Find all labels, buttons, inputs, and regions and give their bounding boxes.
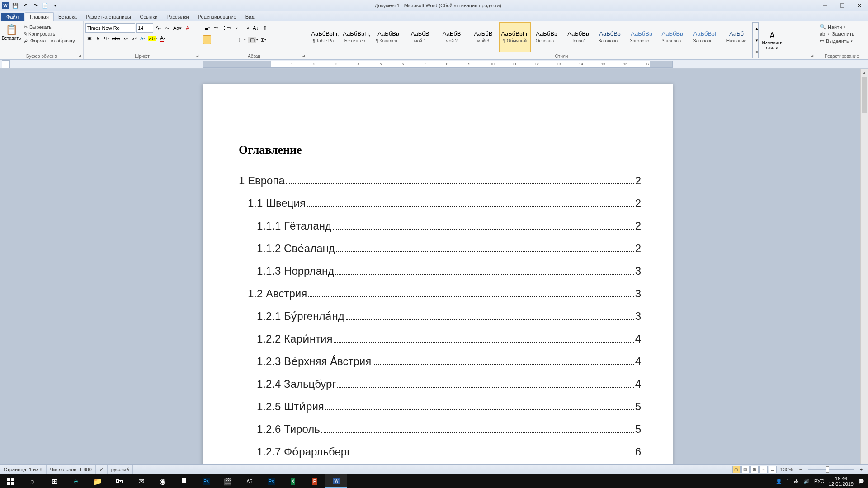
zoom-slider[interactable] (808, 469, 854, 470)
tray-language[interactable]: РУС (814, 479, 824, 484)
edge-button[interactable]: ｅ (65, 474, 87, 488)
tray-up-icon[interactable]: ˄ (787, 479, 789, 484)
clear-format-button[interactable]: A̷ (184, 23, 192, 33)
style-item[interactable]: АаБбВвІЗаголово... (689, 22, 721, 52)
reading-view-button[interactable]: ▤ (741, 466, 750, 473)
clipboard-launcher[interactable]: ◢ (77, 53, 82, 58)
tray-clock[interactable]: 16:46 12.01.2019 (829, 476, 854, 487)
chrome-button[interactable]: ◉ (152, 474, 174, 488)
toc-entry[interactable]: 1.2.1 Бу́ргенла́нд 3 (239, 308, 641, 324)
toc-entry[interactable]: 1.1.3 Норрланд 3 (239, 263, 641, 279)
style-item[interactable]: АаБбВвЗаголово... (594, 22, 626, 52)
tray-volume-icon[interactable]: 🔊 (803, 479, 810, 484)
toc-entry[interactable]: 1.1.1 Гёталанд 2 (239, 218, 641, 234)
close-button[interactable] (851, 0, 868, 10)
replace-button[interactable]: ab→Заменить (818, 31, 866, 37)
font-launcher[interactable]: ◢ (194, 53, 200, 58)
word-button[interactable]: W (326, 474, 347, 488)
toc-entry[interactable]: 1.1.2 Све́аланд 2 (239, 240, 641, 257)
document-area[interactable]: Оглавление 1 Европа 21.1 Швеция 21.1.1 Г… (0, 69, 860, 476)
align-center-button[interactable]: ≡ (212, 35, 220, 44)
styles-launcher[interactable]: ◢ (809, 53, 815, 58)
tab-insert[interactable]: Вставка (54, 13, 81, 21)
status-proofing[interactable]: ✓ (96, 465, 108, 474)
print-layout-view-button[interactable]: ▢ (732, 466, 741, 473)
superscript-button[interactable]: x² (130, 34, 138, 43)
web-view-button[interactable]: ⊞ (750, 466, 759, 473)
minimize-button[interactable] (816, 0, 834, 10)
movies-button[interactable]: 🎬 (217, 474, 239, 488)
sort-button[interactable]: A↓ (251, 23, 259, 33)
highlight-button[interactable]: ab▾ (147, 34, 158, 43)
font-family-select[interactable] (85, 23, 135, 33)
style-item[interactable]: АаБбВмой 3 (467, 22, 499, 52)
toc-entry[interactable]: 1 Европа 2 (239, 173, 641, 189)
multilevel-button[interactable]: ⋮≡▾ (221, 23, 232, 33)
tab-references[interactable]: Ссылки (136, 13, 162, 21)
zoom-slider-thumb[interactable] (826, 466, 829, 473)
tray-network-icon[interactable]: 🖧 (794, 479, 799, 484)
bold-button[interactable]: Ж (85, 34, 94, 43)
toc-entry[interactable]: 1.2.5 Шти́рия 5 (239, 399, 641, 415)
mail-button[interactable]: ✉ (130, 474, 152, 488)
search-button[interactable]: ⌕ (22, 474, 43, 488)
align-left-button[interactable]: ≡ (203, 35, 211, 44)
qat-customize-button[interactable]: ▼ (51, 1, 60, 10)
style-item[interactable]: АаБбВвГг,¶ Table Pa... (309, 22, 341, 52)
zoom-in-button[interactable]: + (857, 465, 865, 474)
maximize-button[interactable] (834, 0, 851, 10)
italic-button[interactable]: К (94, 34, 102, 43)
start-button[interactable] (0, 474, 22, 488)
toc-entry[interactable]: 1.2.7 Фо́рарльберг 6 (239, 444, 641, 460)
vertical-scrollbar[interactable]: ▲ ▼ (860, 69, 868, 476)
borders-button[interactable]: ⊞▾ (259, 35, 268, 44)
style-item[interactable]: АаБбВвПопов1 (562, 22, 594, 52)
powerpoint-button[interactable]: P (304, 474, 326, 488)
shrink-font-button[interactable]: A▾ (163, 23, 171, 33)
tab-mailings[interactable]: Рассылки (162, 13, 193, 21)
tray-notifications-icon[interactable]: 💬 (858, 479, 864, 484)
find-button[interactable]: 🔍Найти▾ (818, 23, 866, 30)
status-page[interactable]: Страница: 1 из 8 (0, 465, 47, 474)
format-painter-button[interactable]: 🖌Формат по образцу (22, 38, 77, 44)
status-language[interactable]: русский (108, 465, 133, 474)
status-words[interactable]: Число слов: 1 880 (47, 465, 96, 474)
style-item[interactable]: АаБбВвЗаголово... (626, 22, 657, 52)
tray-people-icon[interactable]: 👤 (776, 479, 782, 484)
styles-gallery[interactable]: АаБбВвГг,¶ Table Pa...АаБбВвГг,Без интер… (309, 22, 752, 52)
toc-entry[interactable]: 1.2.6 Тироль 5 (239, 421, 641, 437)
line-spacing-button[interactable]: ‡≡▾ (237, 35, 247, 44)
tab-page-layout[interactable]: Разметка страницы (81, 13, 136, 21)
align-right-button[interactable]: ≡ (220, 35, 228, 44)
task-view-button[interactable]: ⊞ (43, 474, 65, 488)
scroll-thumb[interactable] (862, 77, 867, 113)
tab-review[interactable]: Рецензирование (193, 13, 241, 21)
select-button[interactable]: ▭Выделить▾ (818, 38, 866, 44)
ps2-button[interactable]: Ps (260, 474, 282, 488)
grow-font-button[interactable]: A▴ (154, 23, 162, 33)
paste-button[interactable]: 📋 Вставить (2, 22, 21, 58)
store-button[interactable]: 🛍 (108, 474, 130, 488)
toc-entry[interactable]: 1.1 Швеция 2 (239, 195, 641, 211)
page[interactable]: Оглавление 1 Европа 21.1 Швеция 21.1.1 Г… (203, 84, 673, 476)
style-item[interactable]: АаБбВвІЗаголово... (657, 22, 689, 52)
explorer-button[interactable]: 📁 (87, 474, 108, 488)
calculator-button[interactable]: 🖩 (174, 474, 195, 488)
new-doc-button[interactable]: 📄 (41, 1, 50, 10)
save-button[interactable]: 💾 (11, 1, 20, 10)
increase-indent-button[interactable]: ⇥ (242, 23, 250, 33)
style-item[interactable]: АаБбВмой 1 (404, 22, 436, 52)
subscript-button[interactable]: x₂ (122, 34, 130, 43)
text-effects-button[interactable]: A▾ (139, 34, 147, 43)
zoom-level[interactable]: 130% (780, 467, 793, 472)
style-item[interactable]: АаБбНазвание (721, 22, 752, 52)
tab-view[interactable]: Вид (241, 13, 259, 21)
zoom-out-button[interactable]: − (797, 465, 805, 474)
cut-button[interactable]: ✂Вырезать (22, 23, 77, 30)
tab-file[interactable]: Файл (1, 13, 24, 21)
photoshop-button[interactable]: Ps (195, 474, 217, 488)
paragraph-launcher[interactable]: ◢ (301, 53, 306, 58)
toc-entry[interactable]: 1.2.3 Ве́рхняя А́встрия 4 (239, 353, 641, 370)
numbering-button[interactable]: ≡▾ (212, 23, 220, 33)
change-case-button[interactable]: Aa▾ (172, 23, 183, 33)
